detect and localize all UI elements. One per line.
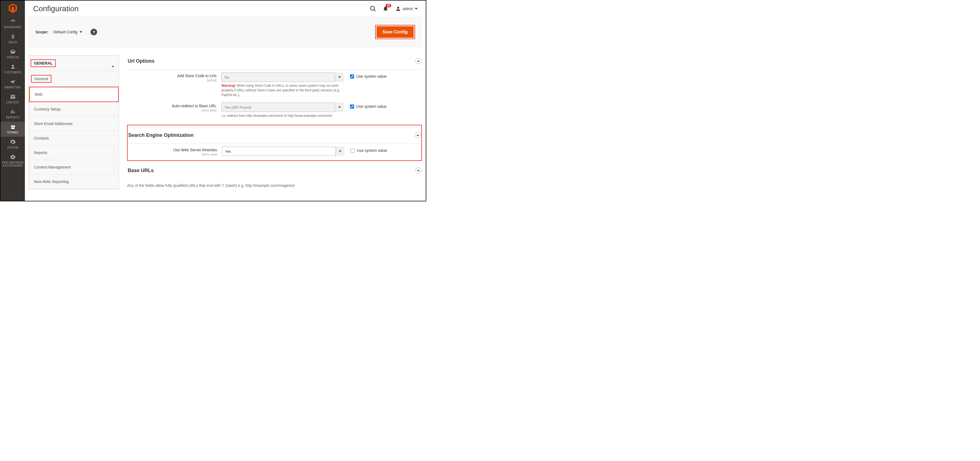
nav-partners[interactable]: FIND PARTNERS& EXTENSIONS (0, 152, 25, 170)
section-title: Search Engine Optimization (128, 132, 194, 138)
auto-redirect-select[interactable] (221, 103, 344, 112)
rewrites-select[interactable] (222, 147, 345, 156)
nav-marketing[interactable]: MARKETING (0, 77, 25, 92)
nav-system[interactable]: SYSTEM (0, 137, 25, 152)
puzzle-icon (9, 154, 16, 160)
use-system-value-checkbox[interactable] (350, 74, 354, 78)
field-add-store-code: Add Store Code to Urls [global] Warning!… (127, 70, 422, 100)
store-icon (9, 124, 16, 130)
magento-logo (7, 3, 18, 14)
field-label: Use Web Server Rewrites (173, 148, 217, 152)
section-title: Url Options (128, 58, 154, 64)
base-urls-note: Any of the fields allow fully qualified … (127, 183, 422, 188)
tab-label: New Relic Reporting (34, 179, 69, 184)
user-menu[interactable]: admin (395, 6, 418, 12)
tab-label: Content Management (34, 165, 71, 169)
nav-sales[interactable]: $ SALES (0, 32, 25, 46)
add-store-code-select[interactable] (221, 72, 344, 82)
use-system-value-label: Use system value (357, 148, 387, 153)
collapse-icon (415, 132, 421, 138)
tab-item-content-management[interactable]: Content Management (29, 160, 119, 175)
nav-label: SYSTEM (1, 146, 24, 149)
scope-select[interactable]: Default Config (53, 30, 83, 34)
nav-label: STORES (1, 131, 24, 134)
field-scope: [global] (127, 78, 216, 82)
nav-label: FIND PARTNERS& EXTENSIONS (1, 161, 24, 167)
nav-label: CATALOG (1, 56, 24, 59)
section-base-urls: Base URLs Any of the fields allow fully … (127, 165, 422, 188)
collapse-icon (415, 58, 422, 64)
dashboard-icon (9, 19, 16, 25)
section-seo: Search Engine Optimization Use Web Serve… (127, 125, 422, 161)
nav-customers[interactable]: CUSTOMERS (0, 62, 25, 77)
nav-content[interactable]: CONTENT (0, 92, 25, 107)
admin-nav: DASHBOARD $ SALES CATALOG CUSTOMERS MARK… (0, 0, 25, 201)
tab-label: Currency Setup (34, 107, 60, 112)
user-icon (395, 6, 401, 12)
scope-bar: Scope: Default Config ? Save Config (29, 17, 422, 47)
tab-item-store-email[interactable]: Store Email Addresses (29, 116, 119, 131)
tab-item-new-relic[interactable]: New Relic Reporting (29, 175, 119, 189)
config-tabs: GENERAL General Web Currency Setup Store… (29, 55, 119, 189)
help-icon[interactable]: ? (91, 29, 97, 35)
bar-chart-icon (9, 109, 16, 115)
nav-stores[interactable]: STORES (0, 122, 25, 137)
tab-label: Contacts (34, 136, 49, 140)
gear-icon (9, 139, 16, 145)
use-system-value-label: Use system value (356, 104, 387, 108)
tab-label: Reports (34, 150, 47, 155)
field-scope: [store view] (128, 153, 217, 156)
tab-item-web[interactable]: Web (29, 87, 119, 102)
tab-group-general[interactable]: GENERAL (29, 56, 119, 71)
topbar: Configuration 39 admin (25, 0, 426, 17)
tab-item-currency-setup[interactable]: Currency Setup (29, 102, 119, 116)
nav-label: CUSTOMERS (1, 71, 24, 74)
config-content: Url Options Add Store Code to Urls [glob… (127, 55, 422, 201)
field-auto-redirect: Auto-redirect to Base URL [store view] I… (127, 100, 422, 121)
nav-dashboard[interactable]: DASHBOARD (0, 16, 25, 32)
section-head-base-urls[interactable]: Base URLs (127, 165, 422, 179)
section-title: Base URLs (128, 168, 154, 174)
tab-item-general[interactable]: General (29, 71, 119, 87)
use-system-value-checkbox[interactable] (350, 105, 354, 108)
svg-text:$: $ (11, 33, 14, 39)
megaphone-icon (9, 79, 16, 85)
field-rewrites: Use Web Server Rewrites [store view] Use (128, 144, 422, 159)
tab-item-reports[interactable]: Reports (29, 145, 119, 160)
nav-label: DASHBOARD (1, 26, 24, 29)
nav-label: MARKETING (1, 86, 24, 89)
scope-label: Scope: (35, 30, 48, 34)
section-head-url-options[interactable]: Url Options (127, 55, 422, 70)
use-system-value-checkbox[interactable] (350, 148, 355, 153)
save-config-button[interactable]: Save Config (377, 26, 414, 38)
search-icon[interactable] (370, 6, 376, 12)
person-icon (9, 64, 16, 70)
main-column: Configuration 39 admin Scope: Default Co… (25, 0, 426, 201)
box-icon (9, 49, 16, 55)
field-label: Add Store Code to Urls (177, 73, 216, 78)
dollar-icon: $ (9, 33, 16, 40)
scope-value: Default Config (53, 30, 78, 34)
section-head-seo[interactable]: Search Engine Optimization (128, 127, 422, 144)
field-note: Warning! When using Store Code in URLs, … (221, 83, 344, 97)
field-scope: [store view] (127, 108, 216, 112)
section-url-options: Url Options Add Store Code to Urls [glob… (127, 55, 422, 121)
notification-count: 39 (385, 4, 391, 7)
nav-reports[interactable]: REPORTS (0, 107, 25, 122)
page-title: Configuration (33, 4, 79, 13)
tab-group-label: GENERAL (30, 59, 56, 67)
nav-label: SALES (1, 41, 24, 44)
notifications-button[interactable]: 39 (383, 5, 388, 12)
tab-item-contacts[interactable]: Contacts (29, 131, 119, 145)
tab-label: Web (35, 92, 43, 97)
field-note: I.e. redirect from http://example.com/st… (221, 113, 344, 118)
nav-label: REPORTS (1, 116, 24, 119)
tab-label: General (31, 75, 51, 83)
nav-catalog[interactable]: CATALOG (0, 46, 25, 62)
caret-down-icon (80, 31, 82, 33)
username: admin (403, 6, 413, 11)
nav-label: CONTENT (1, 101, 24, 104)
chevron-up-icon (111, 61, 114, 65)
collapse-icon (415, 167, 422, 174)
field-label: Auto-redirect to Base URL (172, 104, 216, 108)
